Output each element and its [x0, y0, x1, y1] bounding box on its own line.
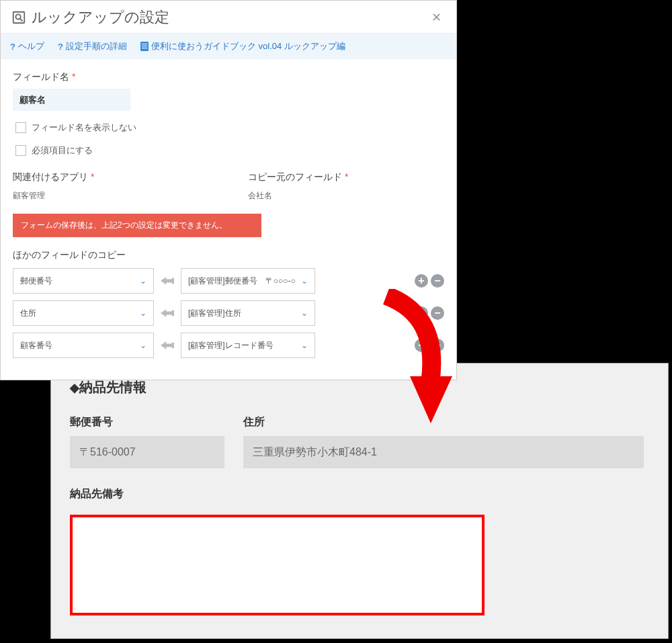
copy-source-value: [顧客管理]郵便番号 〒○○○-○: [188, 275, 296, 287]
zip-input[interactable]: [70, 436, 224, 468]
arrow-left-icon: [161, 308, 174, 318]
arrow-left-icon: [161, 275, 174, 286]
svg-line-2: [20, 19, 23, 22]
copy-source-value: [顧客管理]住所: [188, 308, 241, 319]
question-icon: ?: [58, 42, 63, 52]
svg-marker-3: [161, 277, 174, 285]
help-bar: ? ヘルプ ? 設定手順の詳細 便利に使おうガイドブック vol.04 ルックア…: [1, 34, 456, 59]
copy-target-select[interactable]: 住所 ⌄: [13, 300, 154, 326]
checkbox-icon[interactable]: [15, 145, 26, 156]
zip-field: 郵便番号: [70, 415, 224, 468]
chevron-down-icon: ⌄: [301, 341, 308, 350]
related-app-value: 顧客管理: [13, 190, 214, 202]
remove-row-button[interactable]: −: [431, 274, 444, 288]
hide-label-text: フィールド名を表示しない: [32, 122, 136, 134]
source-field-label: コピー元のフィールド *: [248, 171, 450, 183]
delivery-info-panel: ◆納品先情報 郵便番号 住所 納品先備考: [50, 363, 669, 639]
svg-rect-0: [13, 12, 25, 24]
chevron-down-icon: ⌄: [301, 308, 308, 318]
address-input[interactable]: [243, 436, 644, 468]
guidebook-link[interactable]: 便利に使おうガイドブック vol.04 ルックアップ編: [140, 40, 345, 52]
copy-source-select[interactable]: [顧客管理]レコード番号 ⌄: [181, 333, 315, 358]
svg-marker-4: [161, 309, 174, 317]
memo-textarea-highlight[interactable]: [70, 515, 485, 615]
delivery-section-title: ◆納品先情報: [70, 378, 649, 396]
copy-target-value: 顧客番号: [20, 340, 52, 351]
help-link[interactable]: ? ヘルプ: [10, 40, 44, 52]
arrow-left-icon: [161, 340, 174, 351]
copy-source-select[interactable]: [顧客管理]住所 ⌄: [181, 300, 315, 326]
source-field-section: コピー元のフィールド * 会社名: [248, 171, 450, 202]
dialog-title: ルックアップの設定: [32, 7, 169, 28]
close-button[interactable]: ✕: [427, 9, 446, 26]
svg-marker-5: [161, 341, 174, 349]
copy-source-value: [顧客管理]レコード番号: [188, 340, 274, 351]
copy-target-select[interactable]: 顧客番号 ⌄: [13, 333, 154, 358]
related-app-label: 関連付けるアプリ *: [13, 171, 214, 183]
copy-source-select[interactable]: [顧客管理]郵便番号 〒○○○-○ ⌄: [181, 268, 315, 294]
detail-link[interactable]: ? 設定手順の詳細: [58, 40, 127, 52]
memo-label: 納品先備考: [70, 487, 649, 501]
dialog-header: ルックアップの設定 ✕: [1, 1, 456, 34]
svg-marker-6: [410, 376, 452, 423]
zip-label: 郵便番号: [70, 415, 224, 429]
source-field-value: 会社名: [248, 190, 450, 202]
required-text: 必須項目にする: [32, 144, 93, 157]
field-name-label: フィールド名 *: [13, 71, 444, 83]
chevron-down-icon: ⌄: [140, 341, 146, 350]
hide-label-checkbox-row[interactable]: フィールド名を表示しない: [15, 122, 444, 134]
copy-section-label: ほかのフィールドのコピー: [13, 249, 444, 261]
svg-point-1: [15, 14, 20, 19]
row-actions: + −: [415, 274, 444, 288]
checkbox-icon[interactable]: [15, 122, 26, 133]
copy-target-select[interactable]: 郵便番号 ⌄: [13, 268, 154, 294]
related-app-section: 関連付けるアプリ * 顧客管理: [13, 171, 214, 202]
red-arrow-annotation: [373, 289, 467, 430]
copy-target-value: 住所: [20, 308, 36, 319]
add-row-button[interactable]: +: [415, 274, 428, 288]
memo-field: 納品先備考: [70, 487, 649, 615]
diamond-icon: ◆: [70, 381, 79, 394]
copy-target-value: 郵便番号: [20, 275, 52, 287]
chevron-down-icon: ⌄: [140, 308, 146, 318]
chevron-down-icon: ⌄: [140, 276, 146, 286]
required-checkbox-row[interactable]: 必須項目にする: [15, 144, 444, 157]
question-icon: ?: [10, 42, 15, 52]
field-name-input[interactable]: [13, 89, 130, 111]
delivery-row: 郵便番号 住所: [70, 415, 649, 468]
warning-banner: フォームの保存後は、上記2つの設定は変更できません。: [13, 214, 261, 237]
chevron-down-icon: ⌄: [301, 276, 308, 286]
lookup-icon: [11, 10, 26, 25]
document-icon: [140, 42, 149, 51]
